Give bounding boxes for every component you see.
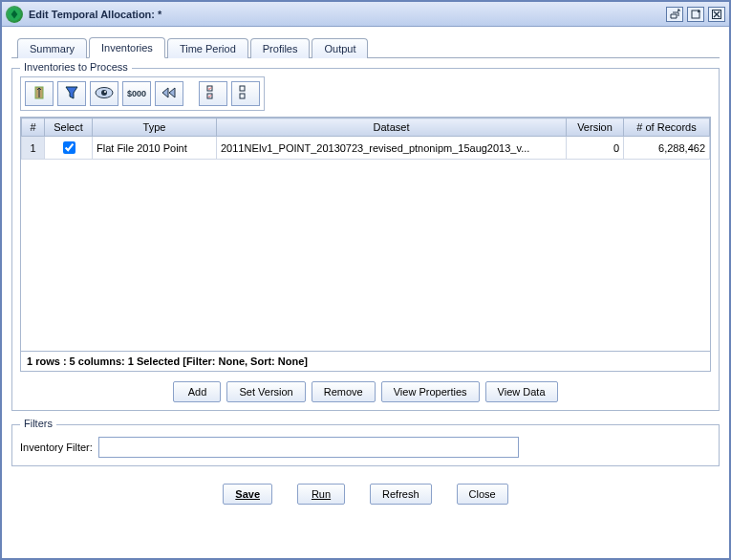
row-records: 6,288,462 <box>624 137 710 160</box>
show-hide-button[interactable] <box>90 81 118 106</box>
format-icon: $000 <box>127 89 146 98</box>
tab-inventories[interactable]: Inventories <box>89 37 165 58</box>
table-row[interactable]: 1 Flat File 2010 Point 2011NEIv1_POINT_2… <box>22 137 710 160</box>
table-toolbar: $000 <box>20 76 265 111</box>
window-title: Edit Temporal Allocation: * <box>29 9 666 20</box>
tab-time-period[interactable]: Time Period <box>167 38 248 58</box>
inventory-filter-input[interactable] <box>98 437 519 458</box>
reset-button[interactable] <box>155 81 183 106</box>
inventories-group: Inventories to Process $000 <box>11 68 720 411</box>
col-num-header[interactable]: # <box>22 118 45 137</box>
inventories-legend: Inventories to Process <box>20 61 132 73</box>
title-bar: Edit Temporal Allocation: * <box>2 2 729 27</box>
close-button[interactable] <box>708 7 725 22</box>
view-data-button[interactable]: View Data <box>485 381 558 402</box>
view-properties-button[interactable]: View Properties <box>381 381 480 402</box>
filter-button[interactable] <box>57 81 86 106</box>
row-select-cell[interactable] <box>45 137 93 160</box>
clear-all-button[interactable] <box>231 81 260 106</box>
add-button[interactable]: Add <box>173 381 221 402</box>
table-empty-area <box>21 160 710 351</box>
funnel-icon <box>63 84 80 103</box>
run-button[interactable]: Run <box>297 484 345 505</box>
inventory-filter-label: Inventory Filter: <box>20 442 93 453</box>
row-select-checkbox[interactable] <box>63 141 75 154</box>
clear-all-icon <box>239 85 252 102</box>
tab-summary[interactable]: Summary <box>17 38 87 58</box>
filters-group: Filters Inventory Filter: <box>11 424 720 466</box>
svg-point-6 <box>104 91 106 93</box>
rewind-icon <box>161 86 178 101</box>
remove-button[interactable]: Remove <box>312 381 376 402</box>
row-type: Flat File 2010 Point <box>93 137 217 160</box>
col-select-header[interactable]: Select <box>45 118 93 137</box>
inventories-table: # Select Type Dataset Version # of Recor… <box>20 117 711 372</box>
close-button-footer[interactable]: Close <box>457 484 508 505</box>
svg-rect-10 <box>240 94 245 98</box>
col-dataset-header[interactable]: Dataset <box>217 118 567 137</box>
col-type-header[interactable]: Type <box>93 118 217 137</box>
maximize-button[interactable] <box>687 7 704 22</box>
eye-icon <box>95 86 114 101</box>
refresh-button[interactable]: Refresh <box>370 484 432 505</box>
select-all-button[interactable] <box>199 81 227 106</box>
format-button[interactable]: $000 <box>122 81 151 106</box>
footer-buttons: Save Run Refresh Close <box>11 484 720 505</box>
table-actions: Add Set Version Remove View Properties V… <box>20 381 711 402</box>
tab-row: Summary Inventories Time Period Profiles… <box>11 36 720 58</box>
detach-button[interactable] <box>666 7 683 22</box>
col-records-header[interactable]: # of Records <box>624 118 710 137</box>
sort-button[interactable] <box>25 81 54 106</box>
sort-icon <box>31 84 48 103</box>
tab-output[interactable]: Output <box>312 38 368 58</box>
row-num: 1 <box>22 137 45 160</box>
svg-rect-9 <box>240 86 245 91</box>
table-status: 1 rows : 5 columns: 1 Selected [Filter: … <box>21 351 710 371</box>
set-version-button[interactable]: Set Version <box>226 381 305 402</box>
row-version: 0 <box>567 137 624 160</box>
row-dataset: 2011NEIv1_POINT_20130723_revised_ptnonip… <box>217 137 567 160</box>
tab-profiles[interactable]: Profiles <box>250 38 311 58</box>
filters-legend: Filters <box>20 418 56 429</box>
save-button[interactable]: Save <box>223 484 272 505</box>
select-all-icon <box>206 85 220 102</box>
col-version-header[interactable]: Version <box>567 118 624 137</box>
svg-point-5 <box>101 90 107 96</box>
app-icon <box>6 6 23 23</box>
